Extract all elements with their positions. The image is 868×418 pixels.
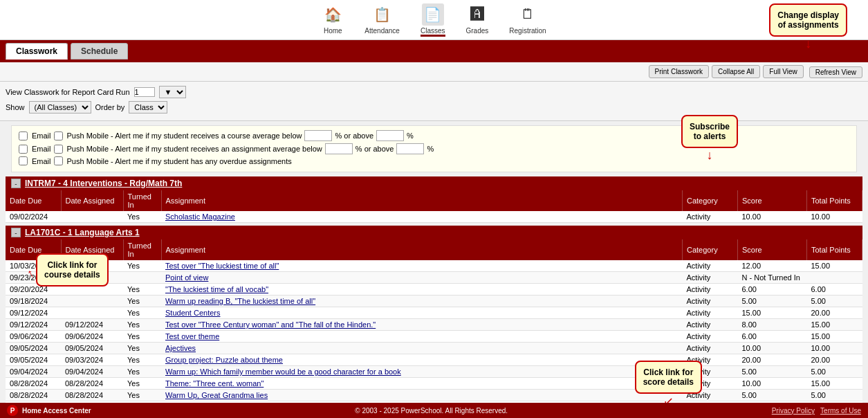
cell-category: Activity xyxy=(683,319,738,331)
class1-title-link[interactable]: INTRM7 - 4 Interventions - Rdg/Math 7th xyxy=(25,179,182,188)
table-row: 09/12/2024 09/12/2024 Yes Test over "Thr… xyxy=(6,319,862,331)
cell-date-due: 09/06/2024 xyxy=(6,331,61,343)
assignment-link[interactable]: Warm up reading B, "The luckiest time of… xyxy=(165,297,315,305)
cell-turned-in: Yes xyxy=(123,390,161,401)
class2-col-score: Score xyxy=(738,239,807,260)
cell-assignment: Warm up: Which family member would be a … xyxy=(161,366,683,378)
class1-col-score: Score xyxy=(738,190,807,211)
assignment-link[interactable]: Ajectives xyxy=(165,344,196,352)
cell-turned-in: Yes xyxy=(123,211,161,223)
tab-schedule[interactable]: Schedule xyxy=(71,43,128,60)
footer-terms-link[interactable]: Terms of Use xyxy=(820,407,861,415)
alert-2-pct: % xyxy=(427,145,434,153)
nav-grades[interactable]: 🅰 Grades xyxy=(466,3,489,37)
subscribe-callout: Subscribeto alerts ↓ xyxy=(681,115,738,163)
alert-1-below-input[interactable] xyxy=(304,130,332,141)
assignment-link[interactable]: Test over "The luckiest time of all" xyxy=(165,262,279,270)
cell-date-due: 09/12/2024 xyxy=(6,307,61,319)
assignment-link[interactable]: Scholastic Magazine xyxy=(165,212,235,221)
cell-turned-in: Yes xyxy=(123,354,161,366)
table-row: 09/20/2024 Yes "The luckiest time of all… xyxy=(6,284,862,296)
alert-1-email-checkbox[interactable] xyxy=(19,131,28,140)
assignment-link[interactable]: "The luckiest time of all vocab" xyxy=(165,285,268,293)
cell-date-assigned: 08/28/2024 xyxy=(61,390,123,401)
cell-score: 5.00 xyxy=(738,366,807,378)
show-select[interactable]: (All Classes) xyxy=(29,101,91,113)
assignment-link[interactable]: Test over "Three Century woman" and "The… xyxy=(165,320,376,329)
cell-total-points: 15.00 xyxy=(807,319,862,331)
change-display-text: Change displayof assignments xyxy=(777,10,839,30)
nav-classes-label: Classes xyxy=(421,27,445,35)
footer-privacy-link[interactable]: Privacy Policy xyxy=(772,407,815,415)
cell-total-points: 5.00 xyxy=(807,366,862,378)
alert-1-push-checkbox[interactable] xyxy=(54,131,63,140)
alert-1-push-label: Push Mobile - Alert me if my student rec… xyxy=(67,131,302,140)
cell-total-points: 20.00 xyxy=(807,354,862,366)
order-select[interactable]: Class xyxy=(129,101,167,113)
cell-total-points: 20.00 xyxy=(807,307,862,319)
alert-2-below-input[interactable] xyxy=(325,143,353,154)
nav-classes[interactable]: 📄 Classes xyxy=(421,3,445,37)
class1-minimize-button[interactable]: - xyxy=(11,179,21,188)
nav-registration[interactable]: 🗒 Registration xyxy=(509,3,546,37)
cell-assignment: Test over "The luckiest time of all" xyxy=(161,260,683,272)
cell-date-assigned: 08/28/2024 xyxy=(61,378,123,390)
alert-2-above-input[interactable] xyxy=(396,143,424,154)
nav-home[interactable]: 🏠 Home xyxy=(322,3,344,37)
alert-2-push-label: Push Mobile - Alert me if my student rec… xyxy=(67,145,322,153)
alert-3-email-label: Email xyxy=(32,157,51,165)
assignment-link[interactable]: Warm up: Which family member would be a … xyxy=(165,367,401,376)
change-display-callout: Change displayof assignments ↓ xyxy=(769,3,847,51)
report-run-select[interactable]: ▼ xyxy=(159,86,186,98)
alert-3-email-checkbox[interactable] xyxy=(19,156,28,165)
class2-wrapper: - LA1701C - 1 Language Arts 1 Date Due D… xyxy=(0,226,868,418)
assignment-link[interactable]: Point of view xyxy=(165,273,208,282)
alert-2-email-checkbox[interactable] xyxy=(19,145,28,154)
cell-date-due: 09/04/2024 xyxy=(6,366,61,378)
class2-header-row: Date Due Date Assigned Turned In Assignm… xyxy=(6,239,862,260)
change-display-arrow: ↓ xyxy=(769,37,847,51)
alert-1-pct: % xyxy=(407,131,414,140)
cell-score: 6.00 xyxy=(738,331,807,343)
cell-score: 5.00 xyxy=(738,296,807,307)
collapse-all-button[interactable]: Collapse All xyxy=(712,65,760,78)
nav-items: 🏠 Home 📋 Attendance 📄 Classes 🅰 Grades 🗒… xyxy=(322,3,546,37)
tab-classwork[interactable]: Classwork xyxy=(6,43,68,60)
cell-score: N - Not Turned In xyxy=(738,272,807,284)
assignment-link[interactable]: Student Centers xyxy=(165,309,221,317)
class1-col-total: Total Points xyxy=(807,190,862,211)
class2-minimize-button[interactable]: - xyxy=(11,228,21,237)
assignment-link[interactable]: Group project: Puzzle about theme xyxy=(165,356,283,364)
cell-score: 5.00 xyxy=(738,390,807,401)
class1-header-row: Date Due Date Assigned Turned In Assignm… xyxy=(6,190,862,211)
class2-header: - LA1701C - 1 Language Arts 1 xyxy=(6,226,862,239)
assignment-link[interactable]: Theme: "Three cent. woman" xyxy=(165,379,264,388)
classes-icon: 📄 xyxy=(422,3,444,26)
home-icon: 🏠 xyxy=(322,3,344,26)
cell-date-assigned xyxy=(61,296,123,307)
alert-1-above-input[interactable] xyxy=(376,130,404,141)
class1-col-category: Category xyxy=(683,190,738,211)
footer-copyright: © 2003 - 2025 PowerSchool. All Rights Re… xyxy=(355,407,508,415)
table-row: 09/05/2024 09/05/2024 Yes Ajectives Acti… xyxy=(6,343,862,354)
score-details-text: Click link forscore details xyxy=(643,367,694,387)
cell-date-due: 09/05/2024 xyxy=(6,354,61,366)
report-run-input[interactable] xyxy=(134,87,155,97)
cell-total-points: 10.00 xyxy=(807,343,862,354)
assignment-link[interactable]: Test over theme xyxy=(165,332,219,340)
cell-date-assigned xyxy=(61,211,123,223)
nav-attendance[interactable]: 📋 Attendance xyxy=(364,3,400,37)
table-row: 09/02/2024 Yes Scholastic Magazine Activ… xyxy=(6,211,862,223)
class2-title-link[interactable]: LA1701C - 1 Language Arts 1 xyxy=(25,228,140,237)
order-label: Order by xyxy=(95,103,125,111)
alert-3-push-checkbox[interactable] xyxy=(54,156,63,165)
full-view-button[interactable]: Full View xyxy=(763,65,803,78)
alert-2-push-checkbox[interactable] xyxy=(54,145,63,154)
footer-logo: P Home Access Center xyxy=(7,405,91,416)
cell-total-points: 15.00 xyxy=(807,378,862,390)
assignment-link[interactable]: Warm Up, Great Grandma lies xyxy=(165,391,268,399)
report-run-label: View Classwork for Report Card Run xyxy=(6,88,130,96)
refresh-view-button[interactable]: Refresh View xyxy=(809,66,862,78)
print-classwork-button[interactable]: Print Classwork xyxy=(649,65,709,78)
cell-score: 12.00 xyxy=(738,260,807,272)
